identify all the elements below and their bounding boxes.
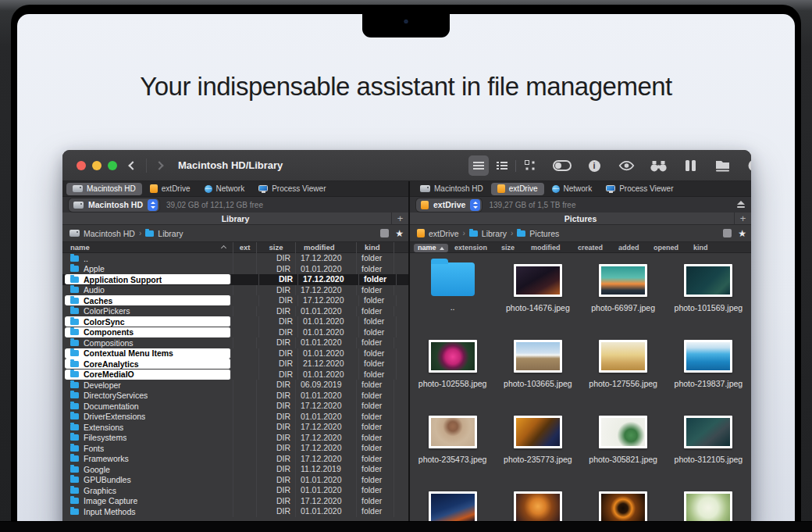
volume-selector[interactable]: Macintosh HD (69, 198, 159, 212)
file-row-developer[interactable]: DeveloperDIR06.09.2019folder (62, 380, 408, 391)
file-row-extensions[interactable]: ExtensionsDIR17.12.2020folder (62, 422, 408, 433)
column-header-name[interactable]: name (62, 242, 233, 253)
tab-process-viewer[interactable]: Process Viewer (600, 183, 679, 195)
breadcrumb-item-extdrive[interactable]: extDrive (417, 229, 459, 238)
dual-pane-button[interactable] (680, 155, 700, 176)
favorites-button[interactable] (395, 229, 404, 238)
breadcrumb-tools (380, 229, 404, 238)
tab-extdrive[interactable]: extDrive (144, 183, 197, 195)
file-row-colorpickers[interactable]: ColorPickersDIR01.01.2020folder (62, 306, 408, 317)
breadcrumb-item-library[interactable]: Library (145, 229, 183, 238)
file-row-audio[interactable]: AudioDIR17.12.2020folder (62, 285, 408, 296)
search-button[interactable] (648, 155, 668, 176)
column-header-size[interactable]: size (497, 244, 518, 252)
view-list-button[interactable] (468, 155, 489, 176)
info-button[interactable] (584, 155, 604, 176)
tab-extdrive[interactable]: extDrive (491, 183, 544, 195)
file-row-apple[interactable]: AppleDIR01.01.2020folder (62, 264, 408, 275)
file-row-filesystems[interactable]: FilesystemsDIR17.12.2020folder (62, 433, 408, 444)
grid-item-photo-235773-jpeg[interactable]: photo-235773.jpeg (495, 405, 580, 480)
folder-icon (70, 329, 79, 335)
column-header-opened[interactable]: opened (650, 244, 682, 252)
new-tab-button[interactable] (391, 212, 408, 225)
file-row-application-support[interactable]: Application SupportDIR17.12.2020folder (62, 274, 408, 285)
file-row-caches[interactable]: CachesDIR17.12.2020folder (62, 295, 408, 306)
select-button[interactable] (723, 229, 732, 237)
select-button[interactable] (380, 229, 389, 237)
file-row-contextual-menu-items[interactable]: Contextual Menu ItemsDIR01.01.2020folder (62, 348, 408, 359)
column-header-created[interactable]: created (574, 244, 607, 252)
file-name-cell: Components (65, 327, 231, 337)
view-detail-button[interactable] (491, 155, 511, 176)
file-row-google[interactable]: GoogleDIR11.12.2019folder (62, 464, 408, 475)
grid-item-photo-235473-jpeg[interactable]: photo-235473.jpeg (410, 405, 495, 480)
column-header-ext[interactable]: ext (233, 242, 257, 253)
file-row-driverextensions[interactable]: DriverExtensionsDIR01.01.2020folder (62, 412, 408, 423)
grid-item-photo-14676-jpeg[interactable]: photo-14676.jpeg (495, 253, 580, 329)
column-header-modified[interactable]: modified (296, 242, 357, 253)
column-header-name[interactable]: name (414, 244, 448, 252)
grid-item-photo-101569-jpeg[interactable]: photo-101569.jpeg (666, 253, 751, 329)
column-header-modified[interactable]: modified (527, 244, 564, 252)
grid-item--[interactable]: .. (410, 253, 495, 329)
download-button[interactable] (744, 155, 751, 176)
eject-button[interactable] (736, 201, 745, 209)
grid-item-photo-219837-jpeg[interactable]: photo-219837.jpeg (666, 329, 751, 405)
breadcrumb-item-pictures[interactable]: Pictures (517, 229, 559, 238)
grid-item-label: photo-127556.jpeg (589, 379, 657, 389)
file-row-components[interactable]: ComponentsDIR01.01.2020folder (62, 327, 408, 338)
minimize-button[interactable] (92, 161, 102, 170)
file-row-directoryservices[interactable]: DirectoryServicesDIR01.01.2020folder (62, 391, 408, 402)
file-row-coreanalytics[interactable]: CoreAnalyticsDIR21.12.2020folder (62, 359, 408, 370)
tab-macintosh-hd[interactable]: Macintosh HD (66, 183, 142, 195)
file-row-gpubundles[interactable]: GPUBundlesDIR01.01.2020folder (62, 475, 408, 486)
file-row-input-methods[interactable]: Input MethodsDIR01.01.2020folder (62, 506, 408, 517)
back-button[interactable] (128, 161, 137, 170)
file-row--[interactable]: ..DIR17.12.2020folder (62, 253, 408, 264)
volume-selector[interactable]: extDrive (416, 198, 482, 212)
new-tab-button[interactable] (734, 212, 751, 225)
toggle-button[interactable] (552, 155, 572, 176)
tab-network[interactable]: Network (198, 183, 251, 195)
file-row-fonts[interactable]: FontsDIR17.12.2020folder (62, 443, 408, 454)
column-header-size[interactable]: size (257, 242, 296, 253)
folder-icon (70, 445, 79, 452)
close-button[interactable] (77, 161, 86, 170)
zoom-button[interactable] (108, 161, 117, 170)
column-header-kind[interactable]: kind (689, 244, 712, 252)
favorites-button[interactable] (738, 229, 746, 238)
tab-macintosh-hd[interactable]: Macintosh HD (414, 183, 490, 195)
breadcrumb-item-library[interactable]: Library (469, 229, 507, 238)
grid-item-photo-103665-jpeg[interactable]: photo-103665.jpeg (495, 329, 580, 405)
column-header-extension[interactable]: extension (451, 244, 491, 252)
file-row-image-capture[interactable]: Image CaptureDIR17.12.2020folder (62, 496, 408, 507)
file-row-coremediaio[interactable]: CoreMediaIODIR01.01.2020folder (62, 370, 408, 380)
file-row-compositions[interactable]: CompositionsDIR01.01.2020folder (62, 337, 408, 348)
screen-content: Your indispensable assistant in file man… (17, 14, 795, 532)
grid-item-photo-305821-jpeg[interactable]: photo-305821.jpeg (581, 405, 666, 480)
tab-network[interactable]: Network (546, 183, 599, 195)
network-share-button[interactable] (712, 155, 732, 176)
tab-process-viewer[interactable]: Process Viewer (252, 183, 332, 195)
file-row-graphics[interactable]: GraphicsDIR01.01.2020folder (62, 485, 408, 496)
grid-item-photo-102558-jpeg[interactable]: photo-102558.jpeg (410, 329, 495, 405)
file-row-documentation[interactable]: DocumentationDIR17.12.2020folder (62, 401, 408, 412)
view-grid-button[interactable] (520, 155, 540, 176)
forward-button[interactable] (155, 161, 163, 170)
file-name-cell: Application Support (65, 274, 231, 284)
grid-item-photo-66997-jpeg[interactable]: photo-66997.jpeg (581, 253, 666, 329)
grid-item-photo-127556-jpeg[interactable]: photo-127556.jpeg (581, 329, 666, 405)
file-row-frameworks[interactable]: FrameworksDIR17.12.2020folder (62, 454, 408, 465)
column-header-added[interactable]: added (614, 244, 643, 252)
column-header-kind[interactable]: kind (357, 242, 394, 253)
pane-title: Pictures (410, 212, 751, 225)
window-titlebar[interactable]: Macintosh HD/Library (62, 150, 751, 181)
breadcrumb-item-macintosh-hd[interactable]: Macintosh HD (69, 229, 135, 238)
file-row-colorsync[interactable]: ColorSyncDIR01.01.2020folder (62, 316, 408, 327)
folder-icon (70, 392, 79, 398)
photo-thumbnail (429, 416, 477, 448)
grid-item-photo-312105-jpeg[interactable]: photo-312105.jpeg (666, 405, 751, 480)
file-name-cell: CoreAnalytics (65, 359, 231, 369)
preview-button[interactable] (616, 155, 636, 176)
file-name-cell: Filesystems (62, 433, 233, 444)
